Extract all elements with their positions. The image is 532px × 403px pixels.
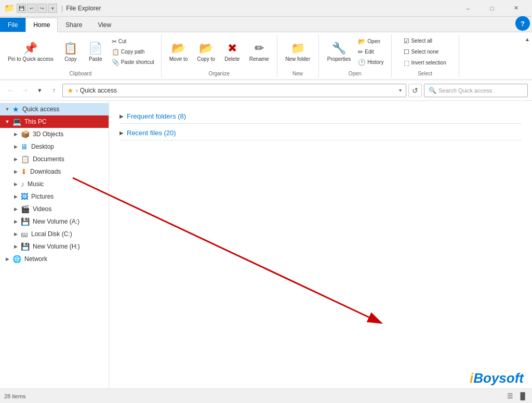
clipboard-group: 📌 Pin to Quick access 📋 Copy 📄 Paste ✂ C…: [0, 34, 162, 77]
undo-btn[interactable]: ↩: [27, 4, 36, 13]
organize-group: 📂 Move to 📂 Copy to ✖ Delete ✏ Rename Or…: [162, 34, 277, 77]
drive-h-icon: 💾: [21, 242, 30, 251]
sidebar-item-this-pc[interactable]: ▼ 💻 This PC: [0, 115, 109, 128]
sidebar-label-pictures: Pictures: [31, 193, 54, 200]
up-button[interactable]: ↑: [48, 84, 60, 97]
recent-locations-button[interactable]: ▾: [33, 84, 46, 97]
ribbon-tabs: File Home Share View ?: [0, 17, 532, 32]
search-box[interactable]: 🔍 Search Quick access: [424, 84, 528, 97]
refresh-button[interactable]: ↺: [408, 84, 422, 97]
minimize-button[interactable]: –: [456, 0, 480, 17]
paste-button[interactable]: 📄 Paste: [84, 36, 107, 68]
watermark-suffix: Boysoft: [473, 370, 524, 386]
sidebar-label-music: Music: [28, 180, 44, 188]
copy-to-button[interactable]: 📂 Copy to: [193, 36, 218, 68]
chevron-right-icon: ▶: [12, 206, 19, 212]
tab-home[interactable]: Home: [25, 18, 58, 32]
save-btn[interactable]: 💾: [17, 4, 26, 13]
paste-icon: 📄: [88, 42, 102, 55]
select-stack: ☑ Select all ☐ Select none ⬚ Invert sele…: [401, 36, 448, 68]
edit-button[interactable]: ✏ Edit: [355, 47, 386, 57]
view-controls: ☰ █: [505, 391, 528, 401]
sidebar-item-videos[interactable]: ▶ 🎬 Videos: [8, 203, 109, 215]
sidebar-label-this-pc: This PC: [24, 118, 47, 125]
sidebar-item-local-disk-c[interactable]: ▶ 🖴 Local Disk (C:): [8, 228, 109, 240]
chevron-right-icon: ▶: [12, 144, 19, 149]
item-count: 28 items: [4, 393, 26, 399]
tab-view[interactable]: View: [90, 18, 119, 32]
sidebar-item-pictures[interactable]: ▶ 🖼 Pictures: [8, 190, 109, 203]
collapse-ribbon-button[interactable]: ▲: [525, 36, 530, 42]
properties-button[interactable]: 🔧 Properties: [324, 36, 355, 68]
desktop-icon: 🖥: [21, 142, 28, 151]
address-box[interactable]: ★ › Quick access ▾: [62, 84, 406, 97]
chevron-right-icon: ▶: [12, 231, 19, 237]
rename-button[interactable]: ✏ Rename: [246, 36, 273, 68]
recent-files-section[interactable]: ▶ Recent files (20): [119, 126, 522, 140]
address-path: Quick access: [80, 87, 117, 94]
details-view-button[interactable]: ☰: [505, 391, 515, 401]
copy-button[interactable]: 📋 Copy: [59, 36, 82, 68]
close-button[interactable]: ✕: [504, 0, 528, 17]
sidebar-item-new-volume-a[interactable]: ▶ 💾 New Volume (A:): [8, 215, 109, 228]
network-icon: 🌐: [12, 255, 21, 263]
chevron-right-icon: ▶: [12, 132, 19, 137]
scissors-icon: ✂: [112, 38, 117, 45]
open-button[interactable]: 📂 Open: [355, 37, 386, 46]
copy-path-button[interactable]: 📋 Copy path: [109, 47, 157, 57]
tab-file[interactable]: File: [0, 18, 25, 32]
status-bar: 28 items ☰ █: [0, 388, 532, 403]
chevron-right-icon: ▶: [12, 244, 19, 249]
redo-btn[interactable]: ↪: [37, 4, 47, 13]
pictures-icon: 🖼: [21, 192, 28, 201]
pin-quick-access-button[interactable]: 📌 Pin to Quick access: [4, 36, 57, 68]
clipboard-stack: ✂ Cut 📋 Copy path 📎 Paste shortcut: [109, 37, 157, 67]
chevron-right-icon: ▶: [12, 169, 19, 174]
sidebar-item-new-volume-h[interactable]: ▶ 💾 New Volume (H:): [8, 240, 109, 253]
delete-button[interactable]: ✖ Delete: [221, 36, 244, 68]
quick-access-toolbar: 💾 ↩ ↪ ▾: [17, 4, 57, 13]
new-folder-icon: 📁: [291, 42, 305, 55]
address-bar: ← → ▾ ↑ ★ › Quick access ▾ ↺ 🔍 Search Qu…: [0, 80, 532, 101]
history-icon: 🕐: [358, 59, 366, 66]
dropdown-btn[interactable]: ▾: [48, 4, 57, 13]
window-title: File Explorer: [66, 5, 456, 12]
sidebar-item-downloads[interactable]: ▶ ⬇ Downloads: [8, 165, 109, 178]
chevron-icon: ▼: [4, 107, 10, 112]
large-icons-view-button[interactable]: █: [517, 391, 528, 401]
forward-button[interactable]: →: [19, 84, 31, 97]
copy-to-icon: 📂: [199, 42, 213, 55]
sidebar-item-music[interactable]: ▶ ♪ Music: [8, 178, 109, 190]
chevron-right-icon: ▶: [12, 219, 19, 224]
select-none-button[interactable]: ☐ Select none: [401, 47, 448, 57]
move-icon: 📂: [171, 42, 185, 55]
sidebar-item-quick-access[interactable]: ▼ ★ Quick access: [0, 103, 109, 115]
sidebar-item-3d-objects[interactable]: ▶ 📦 3D Objects: [8, 128, 109, 140]
address-chevron-icon: ▾: [399, 87, 402, 93]
cut-button[interactable]: ✂ Cut: [109, 37, 157, 46]
sidebar-label-local-disk-c: Local Disk (C:): [31, 230, 72, 238]
back-button[interactable]: ←: [4, 84, 17, 97]
section-chevron-icon: ▶: [119, 113, 124, 119]
paste-shortcut-icon: 📎: [112, 59, 119, 66]
sidebar-item-desktop[interactable]: ▶ 🖥 Desktop: [8, 140, 109, 153]
frequent-folders-section[interactable]: ▶ Frequent folders (8): [119, 109, 522, 124]
section-chevron-icon: ▶: [119, 130, 124, 136]
address-star-icon: ★: [67, 86, 74, 95]
chevron-right-icon: ▶: [4, 256, 10, 262]
select-none-icon: ☐: [404, 48, 409, 56]
copy-path-icon: 📋: [112, 48, 119, 56]
sidebar-item-documents[interactable]: ▶ 📋 Documents: [8, 153, 109, 165]
open-stack: 📂 Open ✏ Edit 🕐 History: [355, 37, 386, 67]
history-button[interactable]: 🕐 History: [355, 58, 386, 67]
sidebar-item-network[interactable]: ▶ 🌐 Network: [0, 253, 109, 265]
help-button[interactable]: ?: [515, 16, 530, 31]
invert-selection-button[interactable]: ⬚ Invert selection: [401, 58, 448, 68]
select-all-button[interactable]: ☑ Select all: [401, 36, 448, 46]
move-to-button[interactable]: 📂 Move to: [166, 36, 192, 68]
paste-shortcut-button[interactable]: 📎 Paste shortcut: [109, 58, 157, 67]
iboysoft-watermark: iBoysoft: [470, 370, 524, 386]
new-folder-button[interactable]: 📁 New folder: [282, 36, 314, 68]
maximize-button[interactable]: □: [480, 0, 504, 17]
tab-share[interactable]: Share: [58, 18, 90, 32]
